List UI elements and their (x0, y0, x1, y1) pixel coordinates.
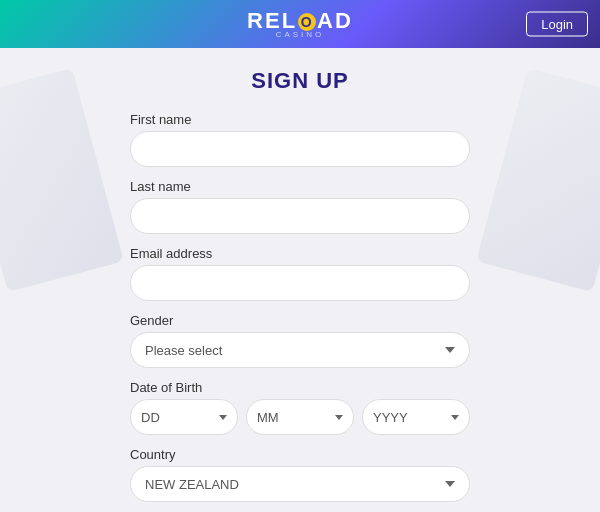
logo: RELOAD CASINO (247, 10, 353, 39)
dob-day-select[interactable]: DD (130, 399, 238, 435)
country-group: Country NEW ZEALAND AUSTRALIA UNITED KIN… (130, 447, 470, 502)
first-name-input[interactable] (130, 131, 470, 167)
email-group: Email address (130, 246, 470, 301)
last-name-input[interactable] (130, 198, 470, 234)
login-button[interactable]: Login (526, 12, 588, 37)
dob-year-select[interactable]: YYYY (362, 399, 470, 435)
email-input[interactable] (130, 265, 470, 301)
first-name-label: First name (130, 112, 470, 127)
country-select[interactable]: NEW ZEALAND AUSTRALIA UNITED KINGDOM CAN… (130, 466, 470, 502)
last-name-group: Last name (130, 179, 470, 234)
logo-o-icon: O (298, 13, 316, 31)
logo-text: RELOAD (247, 10, 353, 32)
form-title: SIGN UP (130, 68, 470, 94)
gender-label: Gender (130, 313, 470, 328)
dob-row: DD MM YYYY (130, 399, 470, 435)
last-name-label: Last name (130, 179, 470, 194)
gender-select[interactable]: Please select Male Female Other (130, 332, 470, 368)
bg-decoration-right (476, 68, 600, 292)
dob-group: Date of Birth DD MM YYYY (130, 380, 470, 435)
gender-group: Gender Please select Male Female Other (130, 313, 470, 368)
dob-label: Date of Birth (130, 380, 470, 395)
bg-decoration-left (0, 68, 124, 292)
logo-subtitle: CASINO (276, 30, 325, 39)
header: RELOAD CASINO Login (0, 0, 600, 48)
first-name-group: First name (130, 112, 470, 167)
country-label: Country (130, 447, 470, 462)
email-label: Email address (130, 246, 470, 261)
signup-form: SIGN UP First name Last name Email addre… (130, 48, 470, 512)
dob-month-select[interactable]: MM (246, 399, 354, 435)
